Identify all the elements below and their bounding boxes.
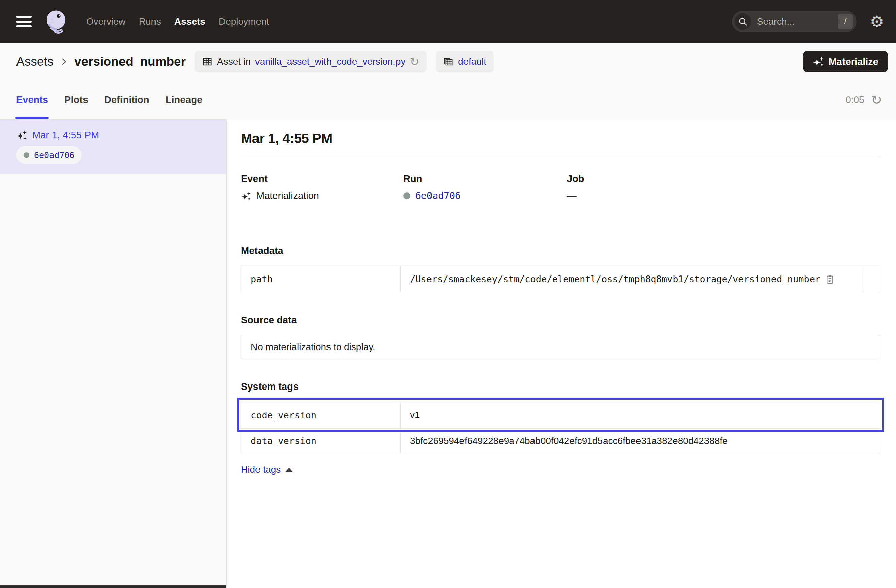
run-status-dot (24, 152, 29, 158)
event-summary-columns: Event Materialization Run 6 (241, 173, 880, 202)
tag-key: code_version (241, 402, 401, 428)
refresh-countdown: 0:05 (846, 94, 864, 105)
table-row: code_version v1 (241, 402, 880, 428)
breadcrumb: Assets versioned_number Asset in vanilla… (0, 43, 896, 81)
table-end-cell (862, 266, 880, 292)
events-sidebar: Mar 1, 4:55 PM 6e0ad706 (0, 119, 227, 588)
empty-message: No materializations to display. (251, 342, 375, 352)
table-grid-icon (202, 56, 213, 67)
dagster-logo-icon[interactable] (43, 8, 70, 35)
caret-up-icon (285, 468, 293, 472)
event-column-label: Event (241, 173, 403, 184)
page-title: versioned_number (75, 55, 186, 68)
breadcrumb-assets-link[interactable]: Assets (16, 55, 53, 68)
job-empty-value: — (567, 190, 577, 202)
run-id-pill[interactable]: 6e0ad706 (16, 146, 82, 164)
run-column-label: Run (403, 173, 567, 184)
materialization-sparkle-icon (16, 130, 27, 141)
nav-item-assets[interactable]: Assets (174, 16, 205, 27)
materialize-label: Materialize (829, 56, 879, 67)
table-row: path /Users/smackesey/stm/code/elementl/… (241, 266, 880, 292)
asset-definition-badge: Asset in vanilla_asset_with_code_version… (195, 51, 427, 72)
metadata-key: path (241, 266, 401, 292)
nav-item-runs[interactable]: Runs (139, 16, 161, 27)
event-list-item[interactable]: Mar 1, 4:55 PM 6e0ad706 (0, 119, 226, 173)
menu-icon[interactable] (16, 16, 32, 27)
chevron-right-icon (59, 56, 69, 67)
search-icon (735, 14, 751, 30)
tab-lineage[interactable]: Lineage (166, 81, 203, 119)
tag-value: v1 (401, 402, 880, 428)
run-status-dot (403, 192, 410, 199)
job-column-label: Job (567, 173, 880, 184)
job-column: Job — (567, 173, 880, 202)
page-header: Assets versioned_number Asset in vanilla… (0, 43, 896, 119)
event-column: Event Materialization (241, 173, 403, 202)
tag-value: 3bfc269594ef649228e9a74bab00f042efc91d5a… (401, 428, 880, 453)
sparkles-icon (812, 56, 824, 67)
run-column: Run 6e0ad706 (403, 173, 567, 202)
search-placeholder: Search... (757, 16, 832, 27)
copy-icon[interactable] (825, 274, 835, 284)
source-data-empty: No materializations to display. (241, 335, 880, 359)
metadata-table: path /Users/smackesey/stm/code/elementl/… (241, 266, 880, 292)
asset-file-link[interactable]: vanilla_asset_with_code_version.py (255, 56, 405, 67)
materialize-button[interactable]: Materialize (803, 51, 888, 72)
reload-definition-icon[interactable]: ↻ (410, 56, 419, 67)
event-detail-panel: Mar 1, 4:55 PM Event Materialization (227, 119, 896, 588)
repo-badge: default (436, 51, 494, 72)
tag-key: data_version (241, 428, 401, 453)
table-row: data_version 3bfc269594ef649228e9a74bab0… (241, 428, 880, 453)
path-link[interactable]: /Users/smackesey/stm/code/elementl/oss/t… (410, 274, 820, 284)
divider (241, 158, 880, 158)
system-tags-heading: System tags (241, 381, 880, 392)
hide-tags-label: Hide tags (241, 464, 281, 475)
repo-default-link[interactable]: default (458, 56, 486, 67)
asset-in-label: Asset in (217, 56, 251, 67)
tab-definition[interactable]: Definition (104, 81, 149, 119)
source-data-heading: Source data (241, 315, 880, 326)
nav-item-deployment[interactable]: Deployment (219, 16, 269, 27)
hide-tags-link[interactable]: Hide tags (241, 464, 293, 475)
auto-refresh-timer: 0:05 ↻ (846, 94, 882, 106)
tab-bar: Events Plots Definition Lineage 0:05 ↻ (0, 81, 896, 119)
tab-plots[interactable]: Plots (64, 81, 88, 119)
refresh-icon[interactable]: ↻ (871, 94, 882, 106)
repo-grid-icon (443, 56, 454, 67)
system-tags-table: code_version v1 data_version 3bfc269594e… (241, 402, 880, 453)
nav-item-overview[interactable]: Overview (86, 16, 125, 27)
event-timestamp-link[interactable]: Mar 1, 4:55 PM (32, 129, 99, 141)
run-id-link[interactable]: 6e0ad706 (415, 190, 461, 202)
metadata-heading: Metadata (241, 245, 880, 256)
search-input[interactable]: Search... / (732, 11, 856, 32)
tab-events[interactable]: Events (16, 81, 48, 119)
gear-icon[interactable]: ⚙ (870, 14, 884, 29)
search-shortcut-key: / (838, 14, 853, 29)
run-id: 6e0ad706 (34, 150, 75, 160)
event-title: Mar 1, 4:55 PM (241, 131, 880, 146)
primary-nav: Overview Runs Assets Deployment (86, 16, 269, 27)
top-nav: Overview Runs Assets Deployment Search..… (0, 0, 896, 43)
system-tags-table-wrap: code_version v1 data_version 3bfc269594e… (241, 402, 880, 453)
event-type-value: Materialization (256, 190, 319, 202)
materialization-sparkle-icon (241, 191, 251, 201)
